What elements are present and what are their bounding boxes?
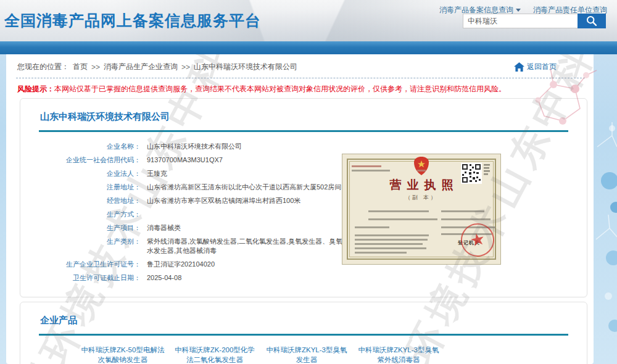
molecule-decoration-right — [594, 54, 617, 364]
product-list: 中科瑞沃牌ZK-50型电解法次氯酸钠发生器 中科瑞沃牌ZK-200型化学法二氧化… — [39, 336, 568, 364]
license-text-line — [352, 170, 390, 172]
license-subtitle: （副 本） — [342, 194, 500, 202]
search-input[interactable] — [463, 14, 578, 28]
search-button[interactable] — [578, 14, 606, 28]
company-info-card-inner: 山东中科瑞沃环境技术有限公司 企业名称： 山东中科瑞沃环境技术有限公司 企业统一… — [20, 99, 587, 297]
products-section-title: 企业产品 — [39, 311, 568, 334]
field-value: 紫外线消毒器,次氯酸钠发生器,二氧化氯发生器,臭氧发生器、臭氧水发生器,其他器械… — [147, 237, 344, 255]
risk-notice-text: 本网站仅基于已掌握的信息提供查询服务，查询结果不代表本网站对被查询对象信用状况的… — [54, 85, 506, 93]
field-label: 生产项目： — [39, 223, 141, 233]
section-rule — [39, 130, 568, 132]
home-icon — [514, 62, 524, 72]
company-info-card: 山东中科瑞沃环境技术有限公司 企业名称： 山东中科瑞沃环境技术有限公司 企业统一… — [20, 98, 587, 297]
breadcrumb-separator: >> — [181, 63, 190, 72]
field-value: 王臻克 — [147, 169, 167, 178]
license-text-line — [441, 218, 491, 220]
license-text-line — [355, 243, 423, 245]
field-row-license-expiry-date: 卫生许可证截止日期： 2025-04-08 — [39, 273, 568, 283]
breadcrumb: 您现在的位置： 首页 >> 消毒产品生产企业查询 >> 山东中科瑞沃环境技术有限… — [17, 62, 297, 72]
field-value: 山东中科瑞沃环境技术有限公司 — [147, 142, 242, 151]
field-label: 企业统一社会信用代码： — [39, 155, 141, 165]
field-value: 山东省潍坊市寒亭区双杨店镇阔淋埠出村路西100米 — [147, 196, 300, 205]
breadcrumb-row: 您现在的位置： 首页 >> 消毒产品生产企业查询 >> 山东中科瑞沃环境技术有限… — [6, 54, 594, 72]
license-text-line — [355, 239, 428, 241]
site-title: 全国消毒产品网上备案信息服务平台 — [4, 10, 261, 31]
company-name-title: 山东中科瑞沃环境技术有限公司 — [39, 107, 568, 130]
license-text-line — [355, 234, 429, 236]
site-header: 全国消毒产品网上备案信息服务平台 消毒产品备案信息查询 消毒产品责任单位查询 — [0, 0, 617, 41]
license-text-line — [355, 247, 426, 249]
field-value: 鲁卫消证字202104020 — [147, 260, 215, 269]
product-link[interactable]: 中科瑞沃牌ZK-50型电解法次氯酸钠发生器 — [80, 345, 166, 364]
field-label: 经营地址： — [39, 196, 141, 205]
page: 全国消毒产品网上备案信息服务平台 消毒产品备案信息查询 消毒产品责任单位查询 — [0, 0, 617, 364]
products-card: 企业产品 中科瑞沃牌ZK-50型电解法次氯酸钠发生器 中科瑞沃牌ZK-200型化… — [20, 302, 587, 364]
product-link[interactable]: 中科瑞沃牌ZK-200型化学法二氧化氯发生器 — [172, 345, 258, 364]
license-text-line — [441, 210, 484, 212]
license-text-line — [355, 252, 407, 254]
field-value: 消毒器械类 — [147, 223, 181, 233]
search-icon — [586, 15, 598, 27]
field-label: 卫生许可证截止日期： — [39, 273, 141, 283]
product-link[interactable]: 中科瑞沃牌ZKYL-3型臭氧紫外线消毒器 — [355, 345, 442, 364]
field-value: 山东省潍坊高新区玉清东街以北中心次干道以西高新大厦502房间 — [147, 183, 341, 192]
breadcrumb-enterprise-query-link[interactable]: 消毒产品生产企业查询 — [104, 62, 178, 72]
field-value: 2025-04-08 — [147, 273, 181, 283]
license-text-line — [368, 218, 437, 220]
field-label: 生产方式： — [39, 210, 141, 219]
field-label: 生产企业卫生许可证号： — [39, 260, 141, 269]
back-home-link[interactable]: 返回首页 — [514, 62, 557, 72]
license-text-line — [368, 210, 429, 212]
breadcrumb-home-link[interactable]: 首页 — [73, 62, 88, 72]
breadcrumb-separator: >> — [91, 63, 100, 72]
chevron-down-icon — [516, 9, 521, 12]
qr-code — [461, 163, 491, 186]
risk-notice: 风险提示：本网站仅基于已掌握的信息提供查询服务，查询结果不代表本网站对被查询对象… — [6, 78, 594, 94]
back-home-label: 返回首页 — [527, 62, 557, 72]
business-license-image: 营业执照 （副 本） — [342, 154, 501, 265]
products-card-inner: 企业产品 中科瑞沃牌ZK-50型电解法次氯酸钠发生器 中科瑞沃牌ZK-200型化… — [20, 302, 587, 364]
breadcrumb-current-page: 山东中科瑞沃环境技术有限公司 — [194, 62, 297, 72]
content-panel: 您现在的位置： 首页 >> 消毒产品生产企业查询 >> 山东中科瑞沃环境技术有限… — [6, 54, 594, 364]
license-text-line — [352, 165, 381, 167]
field-value: 91370700MA3M3U1QX7 — [147, 155, 223, 165]
header-accent-bar — [0, 41, 617, 54]
breadcrumb-prefix: 您现在的位置： — [17, 62, 69, 72]
search-bar — [463, 14, 606, 28]
field-label: 企业法人： — [39, 169, 141, 178]
national-emblem-icon — [412, 156, 431, 178]
field-label: 注册地址： — [39, 183, 141, 192]
field-label: 企业名称： — [39, 142, 141, 151]
field-label: 生产类别： — [39, 237, 141, 255]
risk-notice-label: 风险提示： — [17, 85, 54, 93]
license-text-line — [355, 226, 389, 228]
field-row-name: 企业名称： 山东中科瑞沃环境技术有限公司 — [39, 142, 568, 151]
product-link[interactable]: 中科瑞沃牌ZKYL-3型臭氧发生器 — [263, 345, 350, 364]
